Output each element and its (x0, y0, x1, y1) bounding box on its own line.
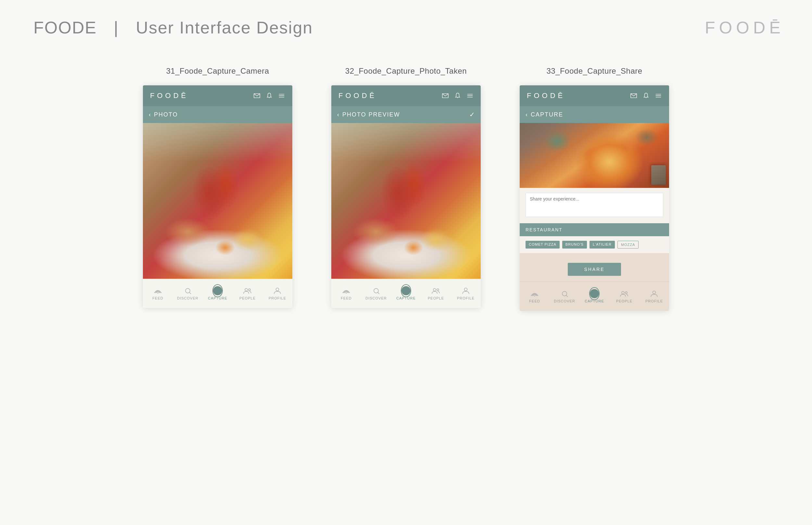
capture-circle-inner-1 (213, 286, 222, 295)
app-topbar-2: FOODĒ (331, 85, 481, 106)
nav-capture-label-3: CAPTURE (585, 299, 604, 303)
tag-latilier[interactable]: L'ATILIER (590, 241, 615, 249)
app-navbar-2: ‹ PHOTO PREVIEW ✓ (331, 106, 481, 123)
back-button-2[interactable]: ‹ (337, 111, 339, 118)
svg-point-19 (433, 288, 436, 291)
screen1-label: 31_Foode_Capture_Camera (166, 66, 269, 76)
bell-icon-2[interactable] (454, 92, 461, 99)
app-icons-3 (630, 92, 662, 99)
svg-point-5 (158, 293, 159, 294)
nav-feed-label-3: FEED (529, 299, 540, 303)
svg-point-31 (625, 292, 627, 294)
app-logo-2: FOODĒ (338, 91, 377, 100)
nav-profile-1[interactable]: PROFILE (262, 287, 292, 300)
tag-brunos[interactable]: BRUNO'S (562, 241, 587, 249)
navbar-title-2: PHOTO PREVIEW (342, 111, 469, 118)
nav-feed-2[interactable]: FEED (331, 287, 361, 300)
nav-discover-label-2: DISCOVER (365, 296, 387, 300)
back-button-1[interactable]: ‹ (149, 111, 151, 118)
check-icon-2[interactable]: ✓ (469, 111, 475, 118)
app-logo-1: FOODĒ (150, 91, 188, 100)
nav-profile-label-2: PROFILE (457, 296, 475, 300)
nav-profile-2[interactable]: PROFILE (451, 287, 481, 300)
title-separator: | (114, 18, 119, 37)
svg-point-32 (653, 291, 656, 294)
svg-point-9 (248, 289, 250, 291)
nav-capture-3[interactable]: CAPTURE (579, 290, 609, 303)
nav-capture-2[interactable]: CAPTURE (391, 287, 421, 300)
bell-icon-1[interactable] (266, 92, 273, 99)
bell-icon-3[interactable] (642, 92, 650, 99)
people-icon-1 (243, 287, 252, 295)
navbar-title-3: CAPTURE (531, 111, 663, 118)
title-sub: User Interface Design (136, 18, 313, 37)
nav-feed-label-2: FEED (341, 296, 351, 300)
share-photo-inner (520, 123, 669, 188)
screens-container: 31_Foode_Capture_Camera FOODĒ ‹ PHOTO (0, 47, 812, 311)
header: FOODE | User Interface Design FOODĒ (0, 0, 812, 47)
svg-point-8 (245, 288, 247, 291)
title-brand: FOODE (33, 18, 97, 37)
nav-feed-1[interactable]: FEED (143, 287, 173, 300)
restaurant-tags: COMET PIZZA BRUNO'S L'ATILIER MOZZA (520, 236, 669, 253)
svg-point-20 (437, 289, 439, 291)
menu-icon-3[interactable] (655, 92, 662, 99)
nav-discover-2[interactable]: DISCOVER (361, 287, 391, 300)
svg-point-27 (534, 296, 535, 297)
nav-feed-label-1: FEED (152, 296, 163, 300)
people-icon-2 (431, 287, 441, 295)
bottom-nav-3: FEED DISCOVER CAPT (520, 282, 669, 311)
people-icon-3 (619, 290, 629, 298)
meat-photo-2 (331, 123, 481, 279)
camera-photo-1 (143, 123, 292, 279)
restaurant-label: RESTAURANT (525, 227, 563, 232)
nav-capture-1[interactable]: CAPTURE (203, 287, 233, 300)
nav-people-label-3: PEOPLE (616, 299, 633, 303)
nav-people-3[interactable]: PEOPLE (609, 290, 639, 303)
menu-icon-1[interactable] (278, 92, 285, 99)
nav-people-1[interactable]: PEOPLE (233, 287, 262, 300)
svg-point-28 (562, 291, 567, 296)
mail-icon-3[interactable] (630, 92, 637, 99)
capture-circle-3 (589, 287, 599, 300)
app-navbar-3: ‹ CAPTURE (520, 106, 669, 123)
tag-comet-pizza[interactable]: COMET PIZZA (525, 241, 560, 249)
mail-icon-1[interactable] (253, 92, 261, 99)
feed-icon-2 (342, 287, 351, 295)
feed-icon-1 (153, 287, 163, 295)
app-icons-1 (253, 92, 285, 99)
svg-point-16 (346, 293, 347, 294)
nav-profile-3[interactable]: PROFILE (639, 290, 669, 303)
nav-discover-1[interactable]: DISCOVER (173, 287, 203, 300)
share-experience-input[interactable] (525, 193, 663, 217)
mail-icon-2[interactable] (442, 92, 449, 99)
back-button-3[interactable]: ‹ (525, 111, 527, 118)
nav-people-2[interactable]: PEOPLE (421, 287, 451, 300)
share-button[interactable]: SHARE (568, 263, 621, 276)
nav-people-label-2: PEOPLE (428, 296, 444, 300)
capture-circle-inner-2 (402, 286, 410, 295)
nav-feed-3[interactable]: FEED (520, 290, 550, 303)
nav-capture-label-1: CAPTURE (208, 296, 227, 300)
profile-icon-2 (461, 287, 470, 295)
nav-capture-label-2: CAPTURE (396, 296, 416, 300)
nav-discover-3[interactable]: DISCOVER (550, 290, 579, 303)
phone-share: FOODĒ ‹ CAPTURE (520, 85, 669, 311)
tag-mozza[interactable]: MOZZA (618, 241, 639, 249)
capture-icon-1 (213, 287, 222, 295)
menu-icon-2[interactable] (466, 92, 474, 99)
nav-profile-label-1: PROFILE (269, 296, 286, 300)
bottom-nav-1: FEED DISCOVER CAPT (143, 279, 292, 308)
meat-photo-1 (143, 123, 292, 279)
app-topbar-3: FOODĒ (520, 85, 669, 106)
restaurant-bar: RESTAURANT (520, 223, 669, 236)
capture-circle-2 (401, 284, 411, 297)
phone-preview: FOODĒ ‹ PHOTO PREVIEW ✓ (331, 85, 481, 308)
app-icons-2 (442, 92, 474, 99)
svg-line-7 (189, 292, 191, 294)
share-area: SHARE (520, 253, 669, 282)
screen3-label: 33_Foode_Capture_Share (546, 66, 642, 76)
share-textarea-wrapper (520, 188, 669, 223)
svg-point-21 (464, 288, 467, 291)
phone-camera: FOODĒ ‹ PHOTO (143, 85, 292, 308)
